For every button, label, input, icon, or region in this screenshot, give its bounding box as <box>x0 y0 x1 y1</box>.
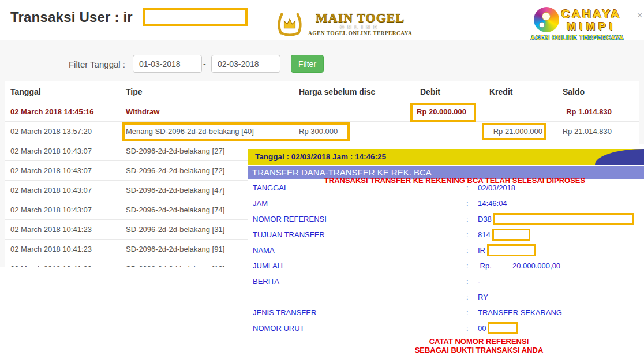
cahaya-mimpi-logo: CAHAYA MIMPI AGEN ONLINE TERPERCAYA <box>521 7 634 41</box>
cahaya-wordmark: CAHAYA <box>561 8 621 20</box>
table-header-row: TanggalTipeHarga sebelum discDebitKredit… <box>5 81 639 102</box>
menang-highlight-box <box>122 122 350 141</box>
receipt-field-colon: : <box>466 320 469 336</box>
date-to-input[interactable] <box>211 55 280 73</box>
receipt-field-colon: : <box>466 196 469 211</box>
laurel-crown-icon <box>275 9 305 37</box>
transfer-receipt-popup: Tanggal : 02/03/2018 Jam : 14:46:25 TRAN… <box>248 144 644 355</box>
receipt-field-label: BERITA <box>253 274 279 289</box>
receipt-field-row: TANGGAL:02/03/2018 <box>248 180 644 196</box>
column-header-kredit: Kredit <box>489 87 512 96</box>
cell-tanggal: 02 March 2018 10:41:23 <box>10 240 92 259</box>
receipt-field-value-text: 814 <box>478 230 491 239</box>
debit-highlight-box <box>410 103 476 122</box>
receipt-footer-line2: SEBAGAI BUKTI TRANSAKSI ANDA <box>340 346 617 354</box>
receipt-field-colon: : <box>466 274 469 289</box>
main-togel-tagline: AGEN TOGEL ONLINE TERPERCAYA <box>308 31 412 36</box>
date-from-input[interactable] <box>133 55 202 73</box>
cell-tipe: SD-2096-2d-2d-belakang [47] <box>126 181 224 200</box>
cell-tipe: SD-2096-2d-2d-belakang [31] <box>126 220 224 239</box>
receipt-field-value: IR <box>478 242 536 258</box>
receipt-field-colon: : <box>466 180 469 196</box>
column-header-harga-sebelum-disc: Harga sebelum disc <box>299 87 375 96</box>
cell-tipe: Withdraw <box>126 102 159 121</box>
receipt-field-value-text: 00 <box>478 324 486 332</box>
receipt-field-value-text: TRANSFER SEKARANG <box>478 308 562 317</box>
cell-saldo: Rp 21.014.830 <box>553 122 612 141</box>
receipt-field-colon: : <box>466 289 469 305</box>
receipt-datetime-bar: Tanggal : 02/03/2018 Jam : 14:46:25 <box>248 149 644 165</box>
receipt-footer-line1: CATAT NOMOR REFERENSI <box>340 337 617 346</box>
main-togel-wordmark: MAIN TOGEL <box>316 10 405 25</box>
receipt-field-row: :RY <box>248 289 644 305</box>
cahaya-mimpi-ball-icon <box>534 7 559 32</box>
receipt-field-colon: : <box>466 242 469 258</box>
redaction-box <box>487 244 536 256</box>
filter-date-label: Filter Tanggal : <box>55 59 125 69</box>
redaction-box <box>488 322 518 334</box>
receipt-datetime-text: Tanggal : 02/03/2018 Jam : 14:46:25 <box>255 149 386 165</box>
receipt-field-label: JAM <box>253 196 268 211</box>
cell-tanggal: 02 March 2018 10:43:07 <box>10 181 92 200</box>
cell-tanggal: 02 March 2018 13:57:20 <box>10 122 92 141</box>
receipt-field-label: JENIS TRANSFER <box>253 305 316 320</box>
receipt-field-value: 14:46:04 <box>478 196 507 211</box>
main-togel-logo: MAIN TOGEL ONLINE AGEN TOGEL ONLINE TERP… <box>275 9 412 37</box>
redaction-box <box>492 229 530 241</box>
receipt-field-value: RY <box>478 289 488 305</box>
lottery-ball-icon <box>539 22 545 28</box>
receipt-field-label: TUJUAN TRANSFER <box>253 227 325 242</box>
lottery-ball-icon <box>542 12 551 21</box>
close-icon[interactable]: × <box>637 10 642 21</box>
mimpi-wordmark: MIMPI <box>567 21 616 32</box>
cell-tipe: SD-2096-2d-2d-belakang [91] <box>126 240 224 259</box>
username-redaction-box <box>143 8 248 26</box>
receipt-field-label: NOMOR REFERENSI <box>253 211 327 227</box>
receipt-field-colon: : <box>466 258 469 274</box>
receipt-field-value: D38 <box>478 211 634 227</box>
table-row: 02 March 2018 14:45:16WithdrawRp 20.000.… <box>5 102 639 122</box>
receipt-field-row: JENIS TRANSFER:TRANSFER SEKARANG <box>248 305 644 320</box>
receipt-field-row: NOMOR REFERENSI:D38 <box>248 211 644 227</box>
cell-tanggal: 02 March 2018 10:43:07 <box>10 141 92 160</box>
receipt-field-row: TUJUAN TRANSFER:814 <box>248 227 644 242</box>
receipt-field-colon: : <box>466 211 469 227</box>
receipt-field-label: NOMOR URUT <box>253 320 305 336</box>
receipt-field-row: JUMLAH: Rp. 20.000.000,00 <box>248 258 644 274</box>
receipt-field-value: 02/03/2018 <box>478 180 515 196</box>
receipt-footer-note: CATAT NOMOR REFERENSI SEBAGAI BUKTI TRAN… <box>340 337 617 354</box>
receipt-field-value: TRANSFER SEKARANG <box>478 305 562 320</box>
main-togel-online: ONLINE <box>340 24 380 30</box>
receipt-field-value-text: D38 <box>478 215 492 223</box>
column-header-debit: Debit <box>420 87 440 96</box>
receipt-field-colon: : <box>466 305 469 320</box>
receipt-field-label: JUMLAH <box>253 258 283 274</box>
cell-tanggal: 02 March 2018 10:41:23 <box>10 259 92 267</box>
receipt-field-value-text: 14:46:04 <box>478 199 507 208</box>
receipt-field-value-text: - <box>478 277 480 286</box>
cell-tipe: SD-2096-2d-2d-belakang [27] <box>126 141 224 160</box>
receipt-field-row: NAMA:IR <box>248 242 644 258</box>
kredit-highlight-box <box>482 123 546 140</box>
cell-tanggal: 02 March 2018 10:41:23 <box>10 220 92 239</box>
receipt-corner-decoration <box>595 149 644 165</box>
receipt-field-value-text: RY <box>478 293 488 301</box>
receipt-fields: TANGGAL:02/03/2018JAM:14:46:04NOMOR REFE… <box>248 180 644 336</box>
receipt-field-value: 00 <box>478 320 518 336</box>
column-header-tipe: Tipe <box>126 87 143 96</box>
cell-tanggal: 02 March 2018 10:43:07 <box>10 200 92 219</box>
cell-tanggal: 02 March 2018 10:43:07 <box>10 161 92 180</box>
receipt-field-value-text: Rp. 20.000.000,00 <box>478 261 560 270</box>
receipt-field-value-text: IR <box>478 246 485 255</box>
receipt-field-value-text: 02/03/2018 <box>478 184 515 192</box>
cell-tanggal: 02 March 2018 14:45:16 <box>10 102 94 121</box>
receipt-field-row: NOMOR URUT:00 <box>248 320 644 336</box>
cell-tipe: SD-2096-2d-2d-belakang [72] <box>126 161 224 180</box>
filter-button[interactable]: Filter <box>291 55 324 73</box>
column-header-saldo: Saldo <box>563 87 585 96</box>
receipt-field-value: - <box>478 274 480 289</box>
receipt-field-row: JAM:14:46:04 <box>248 196 644 211</box>
cell-tipe: SD-2096-2d-2d-belakang [19] <box>126 259 224 267</box>
transaction-page: Transaksi User : ir MAIN TOGEL ONLINE AG… <box>0 0 644 355</box>
page-header: Transaksi User : ir MAIN TOGEL ONLINE AG… <box>0 0 644 40</box>
